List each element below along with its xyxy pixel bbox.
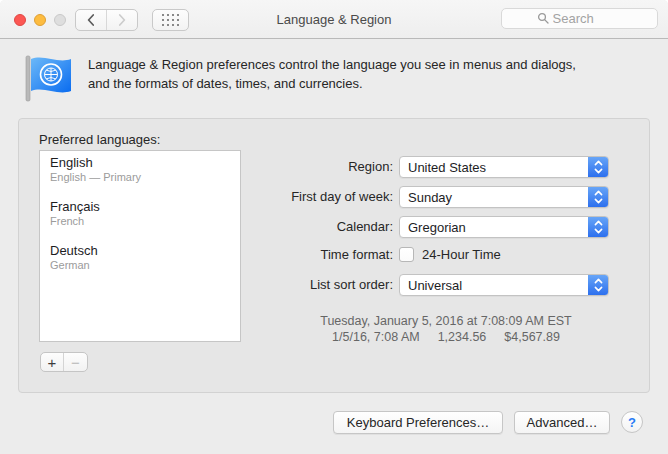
advanced-button[interactable]: Advanced… bbox=[514, 411, 610, 434]
zoom-button bbox=[54, 14, 66, 26]
toolbar: Language & Region bbox=[0, 0, 668, 39]
calendar-label: Calendar: bbox=[159, 216, 393, 238]
nav-segmented-control bbox=[75, 9, 138, 31]
search-input[interactable] bbox=[553, 11, 623, 26]
chevron-left-icon bbox=[87, 14, 95, 26]
minimize-button[interactable] bbox=[34, 14, 46, 26]
show-all-button[interactable] bbox=[152, 9, 189, 31]
time-format-row: Time format: 24-Hour Time bbox=[19, 244, 651, 266]
24-hour-time-label: 24-Hour Time bbox=[422, 244, 501, 266]
question-mark-icon: ? bbox=[628, 415, 636, 430]
preferences-groupbox: Preferred languages: English English — P… bbox=[18, 118, 650, 393]
un-flag-icon bbox=[22, 53, 74, 105]
forward-button[interactable] bbox=[107, 10, 137, 30]
list-sort-popup[interactable]: Universal bbox=[399, 274, 609, 296]
chevrons-up-down-icon bbox=[588, 187, 608, 207]
preferred-languages-label: Preferred languages: bbox=[39, 132, 160, 147]
chevrons-up-down-icon bbox=[588, 217, 608, 237]
first-day-row: First day of week: Sunday bbox=[19, 186, 651, 208]
calendar-value: Gregorian bbox=[408, 220, 466, 235]
help-button[interactable]: ? bbox=[621, 411, 643, 433]
list-sort-label: List sort order: bbox=[159, 274, 393, 296]
preview-short-formats: 1/5/16, 7:08 AM1,234.56$4,567.89 bbox=[279, 329, 613, 345]
chevrons-up-down-icon bbox=[588, 275, 608, 295]
grid-icon bbox=[162, 14, 180, 27]
language-region-window: Language & Region Language & Region pref… bbox=[0, 0, 668, 454]
list-sort-row: List sort order: Universal bbox=[19, 274, 651, 296]
preview-long-date: Tuesday, January 5, 2016 at 7:08:09 AM E… bbox=[279, 313, 613, 329]
preview-currency: $4,567.89 bbox=[504, 330, 560, 344]
pane-description-line1: Language & Region preferences control th… bbox=[88, 55, 648, 74]
search-icon bbox=[537, 12, 550, 25]
chevron-right-icon bbox=[118, 14, 126, 26]
keyboard-preferences-button[interactable]: Keyboard Preferences… bbox=[333, 411, 503, 434]
chevrons-up-down-icon bbox=[588, 157, 608, 177]
region-value: United States bbox=[408, 160, 486, 175]
calendar-popup[interactable]: Gregorian bbox=[399, 216, 609, 238]
add-remove-segmented-control: + − bbox=[40, 352, 88, 372]
first-day-label: First day of week: bbox=[159, 186, 393, 208]
first-day-popup[interactable]: Sunday bbox=[399, 186, 609, 208]
calendar-row: Calendar: Gregorian bbox=[19, 216, 651, 238]
format-preview: Tuesday, January 5, 2016 at 7:08:09 AM E… bbox=[279, 313, 613, 345]
search-field[interactable] bbox=[501, 8, 658, 29]
back-button[interactable] bbox=[76, 10, 107, 30]
region-row: Region: United States bbox=[19, 156, 651, 178]
remove-language-button[interactable]: − bbox=[64, 353, 87, 371]
first-day-value: Sunday bbox=[408, 190, 452, 205]
preview-short-datetime: 1/5/16, 7:08 AM bbox=[332, 330, 420, 344]
pane-description-line2: and the formats of dates, times, and cur… bbox=[88, 74, 648, 93]
region-popup[interactable]: United States bbox=[399, 156, 609, 178]
region-label: Region: bbox=[159, 156, 393, 178]
pane-description: Language & Region preferences control th… bbox=[88, 55, 648, 93]
time-format-label: Time format: bbox=[159, 244, 393, 266]
close-button[interactable] bbox=[14, 14, 26, 26]
add-language-button[interactable]: + bbox=[41, 353, 64, 371]
list-sort-value: Universal bbox=[408, 278, 462, 293]
24-hour-time-checkbox[interactable] bbox=[399, 247, 414, 262]
preview-number: 1,234.56 bbox=[438, 330, 487, 344]
